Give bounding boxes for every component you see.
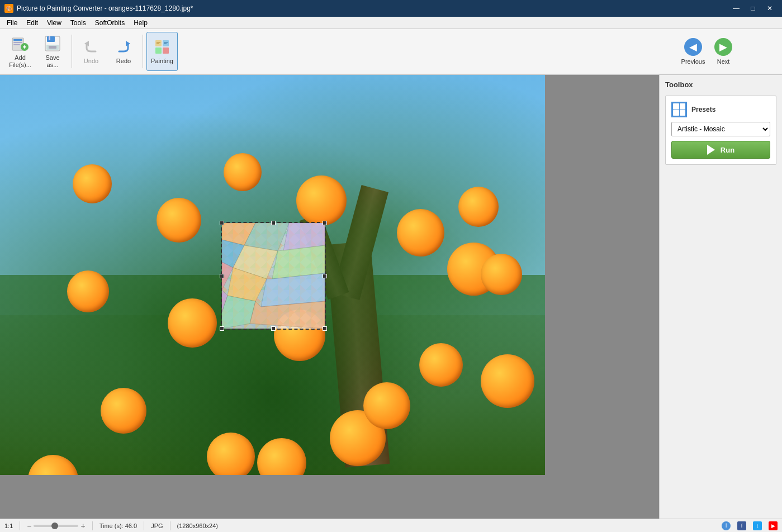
close-button[interactable]: ✕ bbox=[762, 3, 778, 14]
painting-button[interactable]: Painting bbox=[146, 32, 178, 71]
app-icon: 🎨 bbox=[4, 4, 13, 13]
previous-label: Previous bbox=[681, 58, 705, 65]
add-files-button[interactable]: AddFile(s)... bbox=[4, 32, 36, 71]
toolbar-separator-2 bbox=[143, 35, 143, 68]
svg-marker-27 bbox=[272, 245, 325, 279]
title-bar: 🎨 Picture to Painting Converter - orange… bbox=[0, 0, 782, 17]
handle-mr[interactable] bbox=[323, 274, 327, 278]
zoom-thumb[interactable] bbox=[51, 522, 58, 529]
previous-button[interactable]: ◀ Previous bbox=[679, 32, 707, 71]
status-sep-3 bbox=[144, 521, 144, 530]
svg-rect-8 bbox=[47, 36, 55, 42]
facebook-button[interactable]: f bbox=[737, 521, 746, 530]
undo-label: Undo bbox=[84, 58, 98, 64]
painting-icon bbox=[153, 38, 171, 56]
canvas-area[interactable] bbox=[0, 75, 659, 519]
handle-bl[interactable] bbox=[220, 326, 224, 331]
status-sep-1 bbox=[20, 521, 20, 530]
svg-rect-17 bbox=[163, 48, 169, 54]
status-sep-4 bbox=[170, 521, 170, 530]
save-as-icon bbox=[44, 35, 61, 53]
status-sep-2 bbox=[92, 521, 93, 530]
main-content: Toolbox Presets Artistic - Mosaic Artist… bbox=[0, 75, 782, 519]
presets-icon bbox=[671, 102, 687, 117]
handle-ml[interactable] bbox=[220, 274, 224, 278]
redo-label: Redo bbox=[116, 58, 131, 64]
dimensions-display: (1280x960x24) bbox=[177, 522, 218, 529]
redo-button[interactable]: Redo bbox=[108, 32, 139, 71]
handle-bm[interactable] bbox=[271, 326, 276, 331]
svg-rect-9 bbox=[49, 36, 50, 40]
canvas-image bbox=[0, 75, 545, 475]
save-as-label: Saveas... bbox=[45, 54, 59, 68]
painting-label: Painting bbox=[151, 58, 173, 64]
handle-tr[interactable] bbox=[323, 221, 327, 225]
previous-icon: ◀ bbox=[684, 38, 702, 56]
title-bar-left: 🎨 Picture to Painting Converter - orange… bbox=[4, 4, 193, 13]
menu-help[interactable]: Help bbox=[129, 18, 152, 28]
svg-rect-3 bbox=[13, 44, 20, 45]
info-button[interactable]: i bbox=[722, 521, 731, 530]
svg-marker-33 bbox=[250, 301, 325, 329]
menu-tools[interactable]: Tools bbox=[66, 18, 91, 28]
time-display: Time (s): 46.0 bbox=[99, 522, 137, 529]
svg-rect-11 bbox=[49, 46, 56, 49]
toolbar-separator-1 bbox=[72, 35, 72, 68]
status-bar: 1:1 − + Time (s): 46.0 JPG (1280x960x24)… bbox=[0, 519, 782, 532]
menu-edit[interactable]: Edit bbox=[22, 18, 42, 28]
toolbox-title: Toolbox bbox=[665, 80, 776, 89]
svg-rect-6 bbox=[24, 45, 25, 49]
maximize-button[interactable]: □ bbox=[745, 3, 761, 14]
run-icon bbox=[707, 145, 717, 155]
next-button[interactable]: ▶ Next bbox=[709, 32, 737, 71]
title-bar-controls: — □ ✕ bbox=[728, 3, 778, 14]
add-files-icon bbox=[11, 35, 29, 53]
minimize-button[interactable]: — bbox=[728, 3, 744, 14]
handle-tm[interactable] bbox=[271, 221, 276, 225]
undo-icon bbox=[82, 38, 100, 56]
zoom-out-icon[interactable]: − bbox=[27, 521, 31, 530]
save-as-button[interactable]: Saveas... bbox=[37, 32, 68, 71]
handle-br[interactable] bbox=[323, 326, 327, 331]
toolbox-panel: Toolbox Presets Artistic - Mosaic Artist… bbox=[659, 75, 782, 519]
toolbox-inner: Presets Artistic - Mosaic Artistic - Oil… bbox=[665, 96, 776, 165]
youtube-button[interactable]: ▶ bbox=[769, 521, 778, 530]
zoom-slider[interactable] bbox=[34, 525, 78, 527]
svg-marker-30 bbox=[261, 273, 325, 307]
presets-header: Presets bbox=[671, 102, 770, 117]
zoom-control: − + bbox=[27, 521, 85, 530]
mosaic-selection[interactable] bbox=[221, 222, 326, 330]
next-label: Next bbox=[717, 58, 730, 65]
handle-tl[interactable] bbox=[220, 221, 224, 225]
svg-rect-16 bbox=[155, 48, 162, 54]
next-icon: ▶ bbox=[714, 38, 732, 56]
menu-file[interactable]: File bbox=[2, 18, 22, 28]
twitter-button[interactable]: t bbox=[753, 521, 762, 530]
undo-button[interactable]: Undo bbox=[75, 32, 107, 71]
zoom-in-icon[interactable]: + bbox=[80, 521, 85, 530]
presets-select[interactable]: Artistic - Mosaic Artistic - Oil Paint A… bbox=[671, 122, 770, 136]
redo-icon bbox=[115, 38, 132, 56]
menu-softorbits[interactable]: SoftOrbits bbox=[91, 18, 129, 28]
run-button[interactable]: Run bbox=[671, 141, 770, 159]
window-title: Picture to Painting Converter - oranges-… bbox=[17, 4, 193, 12]
menu-bar: File Edit View Tools SoftOrbits Help bbox=[0, 17, 782, 29]
zoom-level: 1:1 bbox=[4, 522, 13, 529]
add-files-label: AddFile(s)... bbox=[9, 54, 31, 68]
svg-rect-2 bbox=[13, 42, 22, 43]
toolbar: AddFile(s)... Saveas... Undo bbox=[0, 29, 782, 75]
presets-label: Presets bbox=[691, 106, 715, 113]
run-label: Run bbox=[721, 146, 734, 154]
menu-view[interactable]: View bbox=[42, 18, 66, 28]
prev-next-area: ◀ Previous ▶ Next bbox=[679, 32, 737, 71]
format-display: JPG bbox=[151, 522, 163, 529]
svg-rect-1 bbox=[13, 39, 22, 41]
